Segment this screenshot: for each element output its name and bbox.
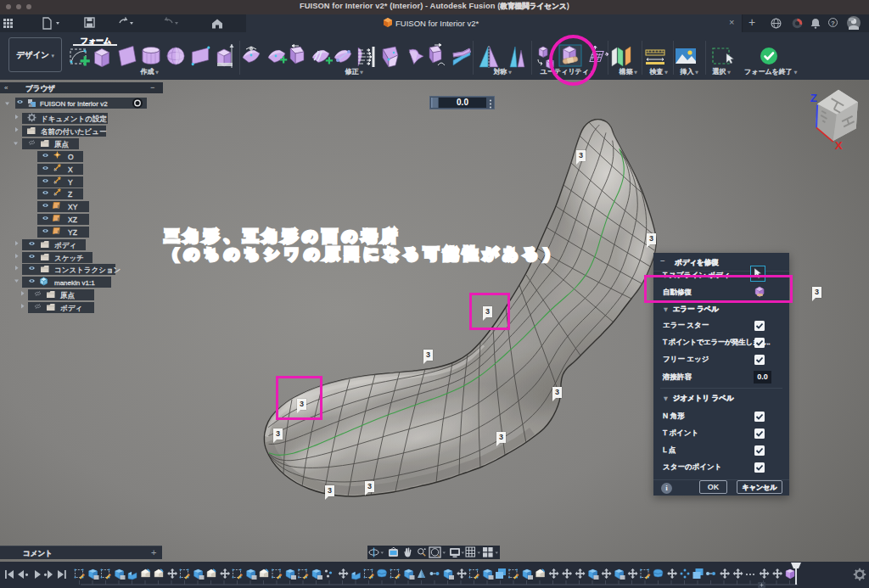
svg-text:スケッチ: スケッチ	[54, 254, 84, 262]
svg-text:ボディ: ボディ	[60, 304, 82, 312]
svg-text:Y: Y	[68, 178, 73, 187]
svg-text:原点: 原点	[60, 291, 76, 300]
svg-text:X: X	[835, 139, 843, 152]
svg-text:ボディ: ボディ	[54, 241, 76, 249]
svg-text:原点: 原点	[54, 140, 70, 148]
svg-text:Z: Z	[68, 190, 72, 199]
svg-text:XZ: XZ	[68, 216, 77, 224]
svg-text:XY: XY	[68, 203, 78, 211]
svg-text:名前の付いたビュー: 名前の付いたビュー	[41, 127, 107, 136]
svg-text:Z: Z	[810, 92, 817, 104]
svg-text:O: O	[68, 153, 74, 161]
svg-text:コンストラクション: コンストラクション	[54, 266, 121, 274]
svg-text:YZ: YZ	[68, 228, 77, 237]
svg-text:manekin v1:1: manekin v1:1	[54, 279, 95, 287]
svg-text:FUISON for Interior v2: FUISON for Interior v2	[40, 100, 108, 108]
svg-text:X: X	[68, 165, 73, 174]
svg-text:ドキュメントの設定: ドキュメントの設定	[41, 115, 107, 123]
